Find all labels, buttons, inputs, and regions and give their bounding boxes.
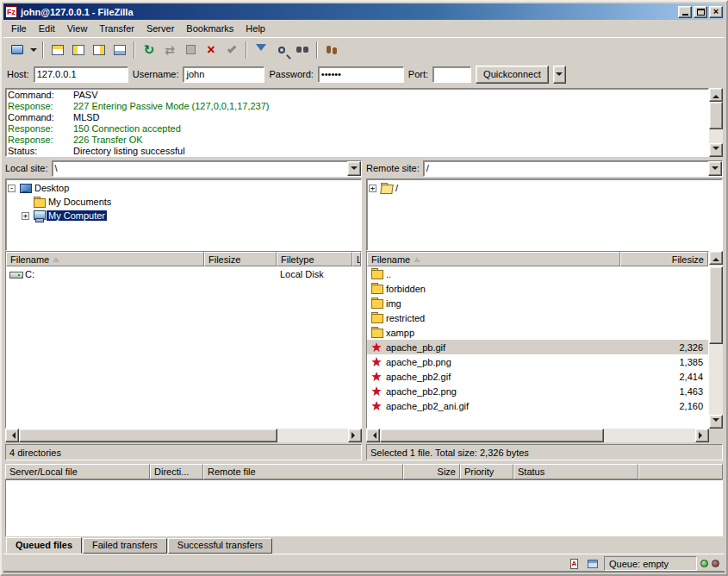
remote-file-row[interactable]: restricted bbox=[367, 310, 708, 325]
compare-button[interactable] bbox=[271, 40, 292, 59]
reconnect-button[interactable] bbox=[221, 40, 242, 59]
column-filesize[interactable]: Filesize bbox=[620, 252, 708, 266]
column-filename[interactable]: Filename bbox=[6, 252, 204, 266]
collapse-icon[interactable]: - bbox=[8, 185, 16, 192]
scroll-up-button[interactable] bbox=[709, 88, 723, 102]
remote-file-row[interactable]: apache_pb.png 1,385 bbox=[367, 354, 708, 369]
file-size: 1,385 bbox=[620, 357, 708, 367]
title-bar[interactable]: Fz john@127.0.0.1 - FileZilla × bbox=[3, 3, 725, 20]
menu-file[interactable]: File bbox=[5, 22, 33, 35]
toggle-local-tree-button[interactable] bbox=[68, 40, 89, 59]
scroll-right-button[interactable] bbox=[348, 429, 362, 442]
remote-site-combo[interactable]: / bbox=[423, 160, 723, 177]
remote-file-row[interactable]: xampp bbox=[367, 325, 708, 340]
scrollbar-thumb[interactable] bbox=[709, 266, 723, 344]
toggle-log-button[interactable] bbox=[47, 40, 68, 59]
scroll-up-button[interactable] bbox=[709, 251, 723, 265]
remote-file-row[interactable]: .. bbox=[367, 266, 708, 281]
quickconnect-dropdown[interactable] bbox=[553, 66, 566, 84]
minimize-button[interactable] bbox=[678, 6, 692, 18]
column-last-modified[interactable]: L bbox=[352, 252, 361, 266]
column-filename[interactable]: Filename bbox=[367, 252, 620, 266]
scroll-right-button[interactable] bbox=[695, 429, 709, 442]
column-filetype[interactable]: Filetype bbox=[277, 252, 352, 266]
arrow-down-icon bbox=[712, 147, 719, 153]
scrollbar-thumb[interactable] bbox=[380, 429, 604, 442]
remote-file-row-selected[interactable]: apache_pb.gif 2,326 bbox=[367, 340, 708, 354]
find-button[interactable] bbox=[292, 40, 313, 59]
scrollbar-thumb[interactable] bbox=[19, 429, 277, 442]
arrow-left-icon bbox=[9, 432, 16, 439]
disconnect-button[interactable]: × bbox=[201, 40, 221, 59]
remote-vscrollbar[interactable] bbox=[709, 251, 723, 429]
site-manager-dropdown[interactable] bbox=[28, 40, 39, 59]
quickconnect-button[interactable]: Quickconnect bbox=[476, 66, 549, 84]
menu-transfer[interactable]: Transfer bbox=[93, 22, 140, 35]
menu-server[interactable]: Server bbox=[140, 22, 180, 35]
arrow-right-icon bbox=[699, 432, 706, 439]
image-file-icon bbox=[370, 371, 384, 382]
username-input[interactable] bbox=[183, 66, 264, 83]
column-filesize[interactable]: Filesize bbox=[204, 252, 277, 266]
column-priority[interactable]: Priority bbox=[460, 464, 513, 479]
local-site-combo[interactable]: \ bbox=[52, 160, 362, 177]
toggle-queue-button[interactable] bbox=[109, 40, 130, 59]
toggle-remote-tree-button[interactable] bbox=[89, 40, 109, 59]
remote-file-list: .. forbidden img restricted bbox=[367, 266, 708, 428]
column-status[interactable]: Status bbox=[513, 464, 638, 479]
menu-edit[interactable]: Edit bbox=[33, 22, 61, 35]
expand-icon[interactable]: + bbox=[369, 185, 376, 192]
refresh-button[interactable]: ↻ bbox=[139, 40, 159, 59]
transfer-queue-list[interactable] bbox=[5, 479, 723, 536]
scroll-down-button[interactable] bbox=[709, 415, 723, 429]
column-size[interactable]: Size bbox=[403, 464, 460, 479]
remote-file-row[interactable]: img bbox=[367, 296, 708, 310]
remote-file-row[interactable]: apache_pb2_ani.gif 2,160 bbox=[367, 398, 708, 413]
speed-limits-icon[interactable] bbox=[585, 557, 600, 571]
menu-help[interactable]: Help bbox=[240, 22, 271, 35]
scroll-down-button[interactable] bbox=[709, 143, 723, 157]
password-input[interactable] bbox=[318, 66, 404, 83]
process-queue-button[interactable]: ⇄ bbox=[159, 40, 180, 59]
transfer-type-icon[interactable] bbox=[566, 557, 582, 571]
log-type: Response: bbox=[8, 123, 73, 135]
tree-item-desktop[interactable]: - Desktop bbox=[8, 181, 359, 195]
filter-button[interactable] bbox=[251, 40, 271, 59]
remote-file-row[interactable]: apache_pb2.png 1,463 bbox=[367, 384, 708, 398]
maximize-button[interactable] bbox=[694, 6, 707, 18]
local-hscrollbar[interactable] bbox=[5, 429, 362, 442]
tab-failed-transfers[interactable]: Failed transfers bbox=[83, 538, 167, 554]
local-file-row[interactable]: C: Local Disk bbox=[6, 266, 361, 281]
site-manager-button[interactable] bbox=[7, 40, 28, 59]
remote-site-dropdown[interactable] bbox=[708, 161, 722, 176]
menu-bookmarks[interactable]: Bookmarks bbox=[180, 22, 240, 35]
log-line: Response:226 Transfer OK bbox=[8, 135, 706, 146]
tab-successful-transfers[interactable]: Successful transfers bbox=[168, 538, 272, 554]
remote-file-row[interactable]: forbidden bbox=[367, 281, 708, 296]
menu-view[interactable]: View bbox=[61, 22, 94, 35]
local-site-dropdown[interactable] bbox=[347, 161, 361, 176]
tree-item-my-documents[interactable]: - My Documents bbox=[8, 195, 359, 209]
arrow-up-icon bbox=[712, 91, 719, 98]
tab-queued-files[interactable]: Queued files bbox=[6, 537, 82, 554]
folder-icon bbox=[370, 268, 384, 279]
remote-file-row[interactable]: apache_pb2.gif 2,414 bbox=[367, 369, 708, 384]
cancel-operation-button[interactable] bbox=[180, 40, 201, 59]
port-input[interactable] bbox=[432, 66, 471, 83]
sync-browsing-button[interactable] bbox=[321, 40, 342, 59]
column-remote-file[interactable]: Remote file bbox=[203, 464, 403, 479]
scrollbar-thumb[interactable] bbox=[709, 102, 723, 129]
log-text: PASV bbox=[73, 90, 98, 100]
scroll-left-button[interactable] bbox=[5, 429, 19, 442]
close-button[interactable]: × bbox=[709, 6, 723, 18]
scroll-left-button[interactable] bbox=[366, 429, 380, 442]
host-input[interactable] bbox=[34, 66, 128, 83]
tree-item-my-computer[interactable]: + My Computer bbox=[8, 209, 359, 222]
log-scrollbar[interactable] bbox=[709, 88, 723, 157]
column-direction[interactable]: Directi... bbox=[150, 464, 203, 479]
expand-icon[interactable]: + bbox=[22, 212, 29, 220]
local-list-header: Filename Filesize Filetype L bbox=[6, 252, 361, 266]
tree-item-root[interactable]: + / bbox=[369, 181, 720, 195]
column-server-local-file[interactable]: Server/Local file bbox=[5, 464, 150, 479]
remote-hscrollbar[interactable] bbox=[366, 429, 709, 442]
